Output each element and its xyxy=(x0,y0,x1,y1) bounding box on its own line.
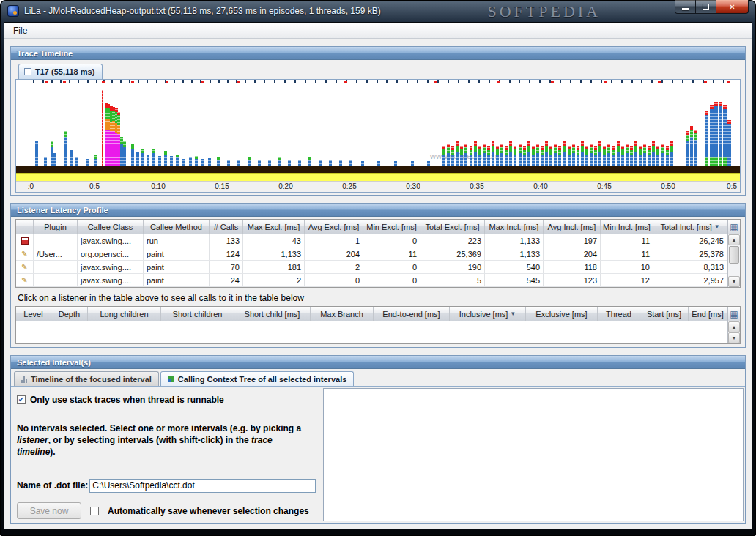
trace-interval-bar[interactable] xyxy=(723,105,727,166)
trace-interval-bar[interactable] xyxy=(451,146,454,166)
trace-interval-bar[interactable] xyxy=(648,146,651,166)
trace-interval-bar[interactable] xyxy=(474,141,477,166)
trace-interval-bar[interactable] xyxy=(710,105,714,166)
trace-interval-bar[interactable] xyxy=(532,146,535,166)
trace-interval-bar[interactable] xyxy=(483,144,486,166)
column-header-short-child-ms-[interactable]: Short child [ms] xyxy=(234,307,311,321)
trace-interval-bar[interactable] xyxy=(719,102,722,166)
trace-interval-bar[interactable] xyxy=(612,146,615,166)
scroll-up-button[interactable]: ▲ xyxy=(728,321,740,332)
column-header-avg-incl-ms-[interactable]: Avg Incl. [ms] xyxy=(544,220,601,234)
trace-interval-bar[interactable] xyxy=(147,155,149,166)
listener-row[interactable]: ✎javax.swing....paint7018120190540118108… xyxy=(16,261,727,274)
trace-interval-bar[interactable] xyxy=(170,156,173,166)
trace-interval-bar[interactable] xyxy=(594,146,597,166)
trace-interval-bar[interactable] xyxy=(123,141,126,166)
column-header-total-excl-ms-[interactable]: Total Excl. [ms] xyxy=(420,220,485,234)
trace-interval-bar[interactable] xyxy=(447,144,450,166)
trace-interval-bar[interactable] xyxy=(666,146,669,166)
trace-interval-bar[interactable] xyxy=(94,155,97,166)
trace-interval-bar[interactable] xyxy=(164,151,167,166)
trace-interval-bar[interactable] xyxy=(496,146,499,166)
trace-interval-bar[interactable] xyxy=(603,146,606,166)
trace-interval-bar[interactable] xyxy=(545,141,548,166)
scroll-down-button[interactable]: ▼ xyxy=(728,332,740,343)
trace-interval-bar[interactable] xyxy=(563,141,566,166)
trace-interval-bar[interactable] xyxy=(705,111,708,166)
trace-interval-bar[interactable] xyxy=(141,149,144,166)
trace-interval-bar[interactable] xyxy=(64,131,67,166)
trace-interval-bar[interactable] xyxy=(558,146,561,166)
trace-interval-bar[interactable] xyxy=(581,141,584,166)
column-header-end-ms-[interactable]: End [ms] xyxy=(689,307,727,321)
trace-interval-bar[interactable] xyxy=(690,126,693,166)
trace-interval-bar[interactable] xyxy=(505,146,508,166)
trace-interval-bar[interactable] xyxy=(258,160,261,166)
dot-file-input[interactable] xyxy=(89,479,316,493)
trace-interval-bar[interactable] xyxy=(349,160,352,166)
trace-interval-bar[interactable] xyxy=(44,157,47,166)
trace-interval-bar[interactable] xyxy=(237,160,240,166)
trace-interval-bar[interactable] xyxy=(248,157,251,166)
maximize-button[interactable] xyxy=(696,0,716,14)
trace-interval-bar[interactable] xyxy=(626,144,629,166)
listener-row[interactable]: javax.swing....run13343102231,1331971126… xyxy=(16,234,727,247)
trace-interval-bar[interactable] xyxy=(53,153,56,166)
column-header-long-children[interactable]: Long children xyxy=(88,307,161,321)
trace-interval-bar[interactable] xyxy=(470,146,472,166)
column-header-depth[interactable]: Depth xyxy=(51,307,88,321)
trace-interval-bar[interactable] xyxy=(70,150,73,166)
trace-interval-bar[interactable] xyxy=(394,161,397,166)
thread-checkbox-icon[interactable] xyxy=(24,68,32,75)
trace-interval-bar[interactable] xyxy=(319,160,322,166)
trace-interval-bar[interactable] xyxy=(152,149,155,166)
trace-interval-bar[interactable] xyxy=(568,146,571,166)
timeline-plot[interactable]: www.softpedia.com xyxy=(16,80,740,166)
trace-interval-bar[interactable] xyxy=(189,157,192,166)
listener-row[interactable]: ✎/User...org.opensci...paint1241,1332041… xyxy=(16,247,727,261)
tab-timeline-focused-interval[interactable]: Timeline of the focused interval xyxy=(14,371,159,386)
minimize-button[interactable] xyxy=(675,0,696,14)
trace-interval-bar[interactable] xyxy=(656,146,659,166)
trace-interval-bar[interactable] xyxy=(75,157,78,166)
column-header-max-branch[interactable]: Max Branch xyxy=(311,307,374,321)
trace-interval-bar[interactable] xyxy=(585,146,588,166)
table-settings-icon[interactable]: ▦ xyxy=(728,220,740,234)
tab-calling-context-tree[interactable]: Calling Context Tree of all selected int… xyxy=(160,371,354,386)
column-header-exclusive-ms-[interactable]: Exclusive [ms] xyxy=(526,307,598,321)
trace-interval-bar[interactable] xyxy=(634,141,637,166)
trace-interval-bar[interactable] xyxy=(686,131,689,166)
trace-interval-bar[interactable] xyxy=(630,146,633,166)
trace-interval-bar[interactable] xyxy=(554,144,557,166)
column-header-short-children[interactable]: Short children xyxy=(161,307,234,321)
title-bar[interactable]: LiLa - JMol-ReducedHeap-output.txt (55,1… xyxy=(0,0,756,22)
trace-interval-bar[interactable] xyxy=(694,130,697,166)
trace-interval-bar[interactable] xyxy=(308,157,311,166)
trace-interval-bar[interactable] xyxy=(661,144,664,166)
trace-timeline-chart[interactable]: www.softpedia.com :00:50:100:150:200:250… xyxy=(15,79,741,193)
trace-interval-bar[interactable] xyxy=(411,161,414,166)
column-header-start-ms-[interactable]: Start [ms] xyxy=(640,307,689,321)
checkbox-unchecked-icon[interactable] xyxy=(90,507,99,515)
column-header--calls[interactable]: # Calls xyxy=(210,220,243,234)
trace-interval-bar[interactable] xyxy=(35,141,38,166)
trace-interval-bar[interactable] xyxy=(670,141,673,166)
column-header-plugin[interactable]: Plugin xyxy=(34,220,78,234)
trace-interval-bar[interactable] xyxy=(268,160,271,166)
trace-interval-bar[interactable] xyxy=(456,141,459,166)
trace-interval-bar[interactable] xyxy=(131,144,134,166)
trace-interval-bar[interactable] xyxy=(208,158,211,166)
trace-interval-bar[interactable] xyxy=(590,144,593,166)
trace-interval-bar[interactable] xyxy=(519,144,522,166)
trace-interval-bar[interactable] xyxy=(460,146,463,166)
column-header-avg-excl-ms-[interactable]: Avg Excl. [ms] xyxy=(305,220,363,234)
trace-interval-bar[interactable] xyxy=(442,146,445,166)
scroll-down-button[interactable]: ▼ xyxy=(728,276,740,287)
scroll-track[interactable] xyxy=(728,264,740,276)
trace-interval-bar[interactable] xyxy=(102,90,103,166)
trace-interval-bar[interactable] xyxy=(478,146,481,166)
trace-interval-bar[interactable] xyxy=(377,161,380,166)
runnable-checkbox-row[interactable]: ✔ Only use stack traces when thread is r… xyxy=(17,395,316,405)
trace-interval-bar[interactable] xyxy=(643,144,646,166)
column-header-end-to-end-ms-[interactable]: End-to-end [ms] xyxy=(374,307,450,321)
